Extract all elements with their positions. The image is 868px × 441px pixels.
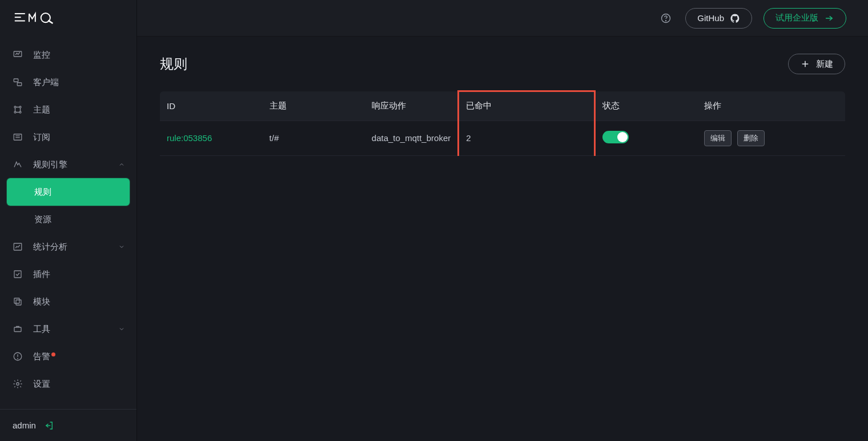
delete-button[interactable]: 删除 [737,130,765,146]
svg-point-8 [19,106,21,108]
nav-label: 设置 [33,379,50,390]
alert-icon [13,351,23,362]
table-header-row: ID 主题 响应动作 已命中 状态 操作 [160,91,845,121]
chevron-down-icon [118,324,125,334]
monitor-icon [13,50,23,60]
nav-label: 工具 [33,324,50,335]
svg-point-25 [666,20,666,21]
content: 规则 新建 ID 主题 响应动作 已命中 状态 操作 [137,37,868,441]
cell-action: data_to_mqtt_broker [365,121,459,155]
chevron-down-icon [118,242,125,252]
nav-label: 模块 [33,296,50,307]
settings-icon [13,379,23,389]
nav-tools[interactable]: 工具 [0,315,136,343]
arrow-right-icon [824,13,834,23]
svg-point-21 [18,358,18,359]
analytics-icon [13,242,23,252]
nav-monitor[interactable]: 监控 [0,41,136,69]
subscriptions-icon [13,132,23,142]
nav-label: 插件 [33,269,50,280]
plugins-icon [13,269,23,279]
svg-point-7 [14,106,16,108]
th-matched: 已命中 [459,91,595,121]
rules-table: ID 主题 响应动作 已命中 状态 操作 rule:053856 t/# dat… [160,90,845,156]
create-label: 新建 [816,59,833,70]
nav-alerts[interactable]: 告警 [0,343,136,370]
nav-settings[interactable]: 设置 [0,370,136,398]
nav-subscriptions[interactable]: 订阅 [0,123,136,151]
svg-rect-11 [14,134,22,141]
topics-icon [13,105,23,115]
svg-point-22 [17,383,19,386]
svg-rect-16 [14,298,19,303]
github-button[interactable]: GitHub [685,8,752,29]
github-label: GitHub [697,13,724,23]
svg-rect-15 [14,271,21,278]
subnav-label: 资源 [34,214,51,225]
svg-point-10 [19,111,21,113]
brand-logo [0,0,136,37]
nav-label: 规则引擎 [33,159,67,170]
edit-button[interactable]: 编辑 [704,130,732,146]
sidebar: 监控 客户端 主题 订阅 规则引擎 规则 资源 [0,0,137,441]
subnav-rules[interactable]: 规则 [7,178,130,206]
nav-label: 订阅 [33,132,50,143]
th-op: 操作 [697,91,845,121]
nav-label: 告警 [33,351,50,362]
alert-dot-icon [51,352,55,356]
enterprise-button[interactable]: 试用企业版 [763,8,846,29]
nav-topics[interactable]: 主题 [0,96,136,123]
table-row: rule:053856 t/# data_to_mqtt_broker 2 编辑… [160,121,845,155]
sidebar-footer: admin [0,409,136,441]
clients-icon [13,77,23,87]
svg-rect-6 [17,83,22,86]
subnav-resources[interactable]: 资源 [0,206,136,233]
cell-status [595,121,697,155]
nav-modules[interactable]: 模块 [0,288,136,315]
th-action: 响应动作 [365,91,459,121]
nav-label: 客户端 [33,77,59,88]
subnav-label: 规则 [34,187,51,198]
tools-icon [13,324,23,334]
nav-label: 监控 [33,50,50,61]
nav-label: 主题 [33,105,50,115]
nav-plugins[interactable]: 插件 [0,260,136,288]
nav: 监控 客户端 主题 订阅 规则引擎 规则 资源 [0,37,136,409]
nav-rule-engine[interactable]: 规则引擎 [0,151,136,178]
github-icon [730,13,740,23]
cell-id: rule:053856 [160,121,263,155]
enterprise-label: 试用企业版 [775,13,818,23]
nav-analytics[interactable]: 统计分析 [0,233,136,260]
nav-label: 统计分析 [33,242,67,252]
svg-rect-17 [16,300,21,305]
cell-topic: t/# [263,121,365,155]
current-user: admin [13,420,36,430]
nav-clients[interactable]: 客户端 [0,69,136,96]
svg-point-9 [14,111,16,113]
topbar: GitHub 试用企业版 [137,0,868,37]
status-toggle[interactable] [602,131,629,143]
svg-rect-18 [14,327,21,332]
plus-icon [800,59,810,69]
cell-op: 编辑 删除 [697,121,845,155]
cell-matched: 2 [459,121,595,155]
rule-id-link[interactable]: rule:053856 [167,133,212,143]
create-button[interactable]: 新建 [788,54,845,74]
th-status: 状态 [595,91,697,121]
logout-icon[interactable] [44,420,54,431]
chevron-up-icon [118,160,125,170]
th-topic: 主题 [263,91,365,121]
rule-engine-icon [13,159,23,170]
th-id: ID [160,91,263,121]
modules-icon [13,296,23,307]
page-title: 规则 [160,55,187,73]
help-icon[interactable] [658,10,674,26]
svg-rect-5 [14,79,18,82]
